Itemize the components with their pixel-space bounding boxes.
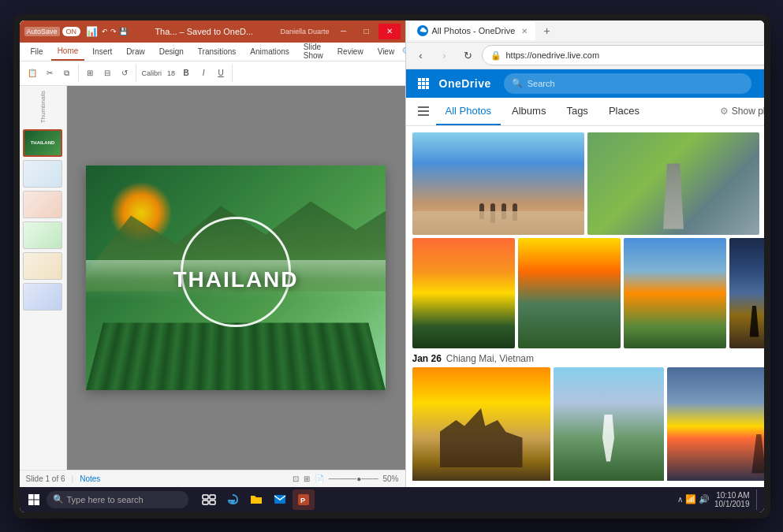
ppt-tab-insert[interactable]: Insert	[86, 43, 118, 61]
tab-title: All Photos - OneDrive	[432, 26, 516, 35]
notes-btn[interactable]: Notes	[80, 474, 100, 483]
font-size[interactable]: 18	[166, 69, 177, 77]
svg-rect-17	[210, 495, 215, 499]
svg-rect-13	[34, 494, 39, 500]
bold-btn[interactable]: B	[178, 65, 194, 81]
waffle-icon[interactable]	[412, 73, 434, 95]
tab-albums[interactable]: Albums	[502, 97, 555, 125]
tab-places[interactable]: Places	[599, 97, 649, 125]
ppt-tab-draw[interactable]: Draw	[120, 43, 151, 61]
show-desktop-btn[interactable]	[756, 489, 759, 510]
tab-all-photos[interactable]: All Photos	[436, 97, 501, 125]
ppt-tab-review[interactable]: Review	[331, 43, 370, 61]
zoom-level[interactable]: 50%	[382, 474, 398, 483]
ppt-tab-home[interactable]: Home	[51, 43, 85, 61]
slide-title: THAILAND	[173, 267, 298, 292]
ppt-icon: 📊	[86, 26, 98, 37]
od-search-placeholder: Search	[528, 79, 555, 88]
lock-icon: 🔒	[490, 50, 501, 61]
start-button[interactable]	[24, 490, 43, 509]
slide-thumb-3[interactable]	[23, 191, 62, 218]
ppt-tab-design[interactable]: Design	[153, 43, 190, 61]
view-reading-icon[interactable]: 📄	[315, 474, 324, 483]
tab-close-btn[interactable]: ✕	[521, 27, 528, 35]
new-slide-btn[interactable]: ⊞	[82, 65, 98, 81]
date-label: Jan 26 Chiang Mai, Vietnam	[412, 353, 764, 364]
elephant-photo[interactable]	[412, 367, 550, 481]
hamburger-icon[interactable]	[412, 100, 434, 122]
minimize-button[interactable]: ─	[333, 24, 355, 39]
maximize-button[interactable]: □	[356, 24, 378, 39]
redo-icon[interactable]: ↷	[110, 28, 117, 35]
ppt-tab-animations[interactable]: Animations	[244, 43, 295, 61]
ppt-taskbar-btn[interactable]: P	[293, 489, 315, 510]
slide-thumb-2[interactable]	[23, 160, 62, 188]
lantern-photo[interactable]	[729, 238, 764, 348]
close-button[interactable]: ✕	[378, 24, 401, 39]
od-search-bar[interactable]: 🔍 Search	[504, 73, 751, 94]
taskview-btn[interactable]	[198, 489, 220, 510]
autosave-toggle[interactable]: ON	[62, 27, 81, 36]
slide-thumb-4[interactable]	[23, 221, 62, 249]
zoom-slider[interactable]: ─────●───	[329, 474, 378, 483]
mail-taskbar-btn[interactable]	[269, 489, 291, 510]
ppt-tab-slideshow[interactable]: Slide Show	[297, 43, 330, 61]
view-normal-icon[interactable]: ⊡	[293, 474, 299, 483]
network-icon[interactable]: 📶	[685, 494, 696, 504]
ppt-author: Daniella Duarte	[280, 28, 329, 35]
explorer-taskbar-btn[interactable]	[245, 489, 267, 510]
aerial-road-photo[interactable]	[587, 132, 759, 235]
italic-btn[interactable]: I	[196, 65, 211, 81]
volume-icon[interactable]: 🔊	[699, 494, 710, 504]
copy-btn[interactable]: ⧉	[59, 65, 75, 81]
ppt-slide-panel: Thumbnails THAILAND	[20, 86, 67, 470]
save-icon[interactable]: 💾	[119, 28, 128, 35]
tray-expand-icon[interactable]: ∧	[677, 495, 683, 504]
slide-thumb-6[interactable]	[23, 283, 62, 311]
ppt-tab-transitions[interactable]: Transitions	[192, 43, 243, 61]
tab-tags[interactable]: Tags	[557, 97, 597, 125]
slide-thumb-1[interactable]: THAILAND	[23, 129, 62, 157]
od-logo: OneDrive	[439, 77, 491, 90]
slide-count: Slide 1 of 6	[26, 474, 65, 483]
ppt-tab-file[interactable]: File	[24, 43, 50, 61]
svg-rect-18	[203, 500, 208, 504]
back-btn[interactable]: ‹	[411, 45, 431, 65]
sunset-mountain-photo[interactable]	[412, 238, 515, 348]
ppt-slide[interactable]: THAILAND	[86, 166, 386, 390]
ocean-sunset-photo[interactable]	[667, 367, 764, 481]
photo-grid: Jan 26 Chiang Mai, Vietnam	[412, 132, 764, 481]
url-text: https://onedrive.live.com	[506, 50, 600, 60]
address-bar[interactable]: 🔒 https://onedrive.live.com	[482, 45, 764, 65]
new-tab-btn[interactable]: +	[538, 21, 557, 40]
ppt-status-right: ⊡ ⊞ 📄 ─────●─── 50%	[293, 474, 399, 483]
beach-photo[interactable]	[412, 132, 584, 235]
forward-btn[interactable]: ›	[434, 45, 455, 65]
taskbar-search[interactable]: 🔍 Type here to search	[47, 491, 188, 508]
hikers-photo[interactable]	[554, 367, 664, 481]
underline-btn[interactable]: U	[213, 65, 229, 81]
layout-btn[interactable]: ⊟	[99, 65, 115, 81]
ppt-tab-view[interactable]: View	[371, 43, 401, 61]
cut-btn[interactable]: ✂	[42, 65, 58, 81]
windows-area: AutoSave ON 📊 ↶ ↷ 💾 Tha... – Saved to On…	[20, 20, 764, 487]
paste-btn[interactable]: 📋	[24, 65, 40, 81]
thumbnails-label: Thumbnails	[39, 91, 47, 123]
refresh-btn[interactable]: ↻	[458, 45, 479, 65]
view-slide-icon[interactable]: ⊞	[304, 474, 310, 483]
undo-icon[interactable]: ↶	[102, 28, 108, 35]
edge-taskbar-btn[interactable]	[222, 489, 244, 510]
reset-btn[interactable]: ↺	[117, 65, 132, 81]
fog-mountain-photo[interactable]	[624, 238, 726, 348]
font-name[interactable]: Calibri	[140, 69, 165, 77]
taskbar-clock[interactable]: 10:10 AM 10/1/2019	[714, 491, 750, 508]
show-photos-from-btn[interactable]: ⚙ Show photos from ▾	[720, 106, 764, 117]
powerpoint-window: AutoSave ON 📊 ↶ ↷ 💾 Tha... – Saved to On…	[20, 20, 406, 487]
slide-thumb-5[interactable]	[23, 252, 62, 280]
flowers-field-photo[interactable]	[518, 238, 621, 348]
ppt-titlebar-left: AutoSave ON 📊 ↶ ↷ 💾	[24, 26, 129, 37]
ppt-ribbon: File Home Insert Draw Design Transitions…	[20, 43, 405, 86]
edge-tab[interactable]: All Photos - OneDrive ✕	[409, 21, 535, 40]
svg-rect-1	[422, 78, 425, 81]
svg-rect-14	[28, 500, 34, 505]
